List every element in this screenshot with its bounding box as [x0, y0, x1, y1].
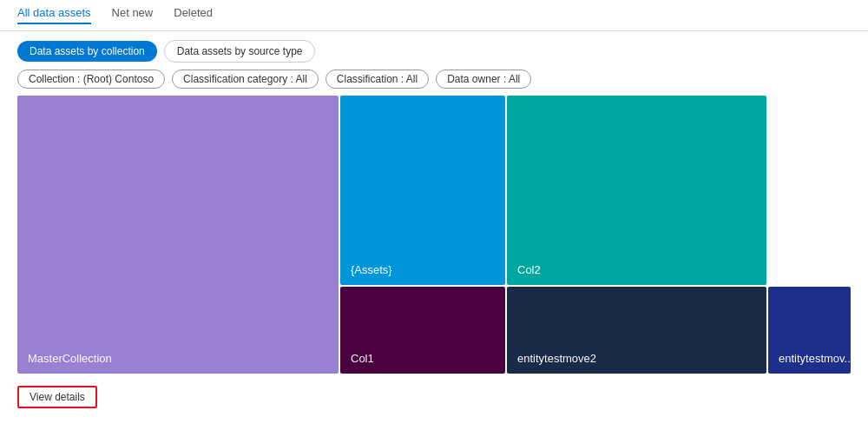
treemap-mid-col: {Assets} Col1 [340, 96, 505, 374]
treemap-block-col1[interactable]: Col2 [507, 96, 766, 285]
treemap-block-assets-label: {Assets} [351, 263, 392, 276]
view-details-area: View details [0, 374, 868, 420]
tab-net-new[interactable]: Net new [112, 6, 154, 24]
treemap-block-assets[interactable]: {Assets} [340, 96, 505, 285]
tab-all-data-assets[interactable]: All data assets [17, 6, 91, 24]
tab-deleted[interactable]: Deleted [174, 6, 213, 24]
top-tab-bar: All data assets Net new Deleted [0, 0, 868, 31]
treemap-block-entitymov-label: entitytestmov... [779, 352, 853, 365]
treemap-block-col2[interactable]: Col1 [340, 287, 505, 374]
treemap-block-col1-label: Col2 [517, 263, 541, 276]
treemap-right-col: Col2 entitytestmove2 [507, 96, 766, 374]
filter-classification-category[interactable]: Classification category : All [172, 70, 319, 89]
treemap-right-side: {Assets} Col1 Col2 entitytestmove2 entit… [340, 96, 851, 374]
treemap-block-master-label: MasterCollection [28, 352, 112, 365]
treemap: MasterCollection {Assets} Col1 Col2 enti… [17, 96, 851, 374]
treemap-block-entity2[interactable]: entitytestmove2 [507, 287, 766, 374]
filter-collection[interactable]: Collection : (Root) Contoso [17, 70, 165, 89]
view-selector: Data assets by collection Data assets by… [0, 31, 868, 70]
view-details-button[interactable]: View details [17, 386, 97, 408]
view-by-source-button[interactable]: Data assets by source type [164, 40, 316, 63]
filter-classification[interactable]: Classification : All [326, 70, 429, 89]
view-by-collection-button[interactable]: Data assets by collection [17, 41, 157, 62]
treemap-block-entity2-label: entitytestmove2 [517, 352, 596, 365]
treemap-block-master[interactable]: MasterCollection [17, 96, 339, 374]
filters-row: Collection : (Root) Contoso Classificati… [0, 70, 868, 96]
filter-data-owner[interactable]: Data owner : All [436, 70, 531, 89]
treemap-block-entitymov[interactable]: entitytestmov... [768, 287, 851, 374]
treemap-far-right-col: entitytestmov... [768, 96, 851, 374]
treemap-block-col2-label: Col1 [351, 352, 374, 365]
